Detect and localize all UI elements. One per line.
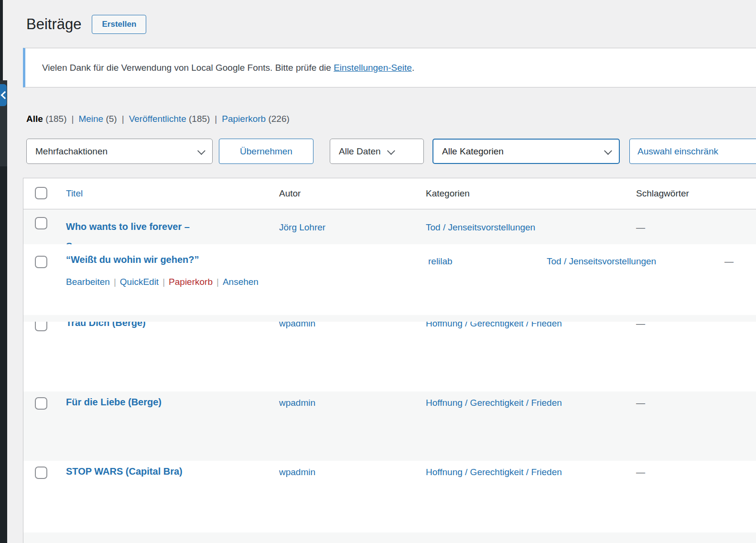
column-header-schlagwoerter: Schlagwörter	[636, 187, 689, 200]
posts-table: Titel Autor Kategorien Schlagwörter Who …	[23, 178, 756, 543]
bulk-actions-select[interactable]: Mehrfachaktionen	[26, 139, 213, 164]
post-title-link[interactable]: Trau Dich (Berge)	[66, 322, 146, 328]
author-link[interactable]: relilab	[428, 256, 453, 266]
action-bearbeiten[interactable]: Bearbeiten	[66, 277, 110, 287]
chevron-down-icon	[604, 147, 612, 155]
dates-filter-select[interactable]: Alle Daten	[330, 139, 424, 164]
categories-filter-value: Alle Kategorien	[442, 146, 504, 157]
row-checkbox[interactable]	[35, 256, 47, 268]
row-checkbox[interactable]	[35, 397, 47, 410]
post-title-link[interactable]: “Weißt du wohin wir gehen?”	[66, 254, 199, 265]
chevron-down-icon	[197, 147, 205, 155]
table-header-row: Titel Autor Kategorien Schlagwörter	[23, 178, 756, 209]
notice-text-end: .	[412, 63, 414, 73]
page-title: Beiträge	[26, 13, 81, 36]
filter-separator: |	[122, 114, 124, 124]
filter-papierkorb[interactable]: Papierkorb (226)	[222, 114, 290, 124]
chevron-down-icon	[387, 147, 395, 155]
author-link[interactable]: wpadmin	[279, 322, 315, 328]
row-checkbox[interactable]	[35, 467, 47, 479]
tags-empty-dash: —	[636, 396, 645, 410]
table-row: “Weißt du wohin wir gehen?” Bearbeiten|Q…	[23, 244, 756, 315]
action-separator: |	[162, 277, 165, 287]
action-ansehen[interactable]: Ansehen	[223, 277, 259, 287]
settings-page-link[interactable]: Einstellungen-Seite	[334, 63, 412, 73]
create-post-button[interactable]: Erstellen	[92, 15, 146, 34]
table-row: Trau Dich (Berge) wpadmin Hoffnung / Ger…	[23, 322, 756, 391]
title-bar: Beiträge Erstellen	[26, 12, 146, 36]
admin-menu-panel	[0, 166, 7, 543]
tags-empty-dash: —	[724, 255, 734, 268]
row-stripe-band	[23, 532, 756, 543]
limit-selection-button[interactable]: Auswahl einschränk	[629, 139, 756, 164]
table-row: Who wants to live forever –S Jörg Lohrer…	[23, 209, 756, 244]
select-all-checkbox[interactable]	[35, 187, 47, 199]
list-toolbar: Mehrfachaktionen Übernehmen Alle Daten A…	[0, 139, 756, 164]
row-checkbox[interactable]	[35, 217, 47, 229]
filter-alle[interactable]: Alle (185)	[26, 114, 67, 124]
action-quickedit[interactable]: QuickEdit	[120, 277, 159, 287]
action-separator: |	[114, 277, 116, 287]
filter-separator: |	[72, 114, 74, 124]
table-row: STOP WARS (Capital Bra) wpadmin Hoffnung…	[23, 461, 756, 532]
tags-empty-dash: —	[636, 322, 645, 330]
categories-link[interactable]: Hoffnung / Gerechtigkeit / Frieden	[426, 398, 562, 408]
column-header-autor: Autor	[279, 187, 301, 200]
tags-empty-dash: —	[636, 466, 645, 479]
bulk-actions-value: Mehrfachaktionen	[35, 146, 108, 157]
post-status-filters: Alle (185)|Meine (5)|Veröffentlichte (18…	[26, 114, 290, 124]
chevron-left-icon	[1, 91, 9, 99]
clipped-second-line: S	[66, 237, 267, 244]
column-header-kategorien: Kategorien	[426, 187, 470, 200]
dates-filter-value: Alle Daten	[339, 146, 381, 157]
row-actions: Bearbeiten|QuickEdit|Papierkorb|Ansehen	[66, 277, 259, 287]
admin-menu-current-item[interactable]	[0, 84, 7, 106]
filter-separator: |	[215, 114, 217, 124]
post-title-link[interactable]: STOP WARS (Capital Bra)	[66, 466, 183, 477]
categories-link[interactable]: Hoffnung / Gerechtigkeit / Frieden	[426, 467, 562, 477]
action-separator: |	[216, 277, 219, 287]
post-title-link[interactable]: Who wants to live forever –S	[66, 221, 267, 244]
notice-text: Vielen Dank für die Verwendung von Local…	[42, 63, 334, 73]
filter-meine[interactable]: Meine (5)	[78, 114, 117, 124]
categories-filter-select[interactable]: Alle Kategorien	[432, 139, 620, 164]
author-link[interactable]: wpadmin	[279, 398, 315, 408]
categories-link[interactable]: Hoffnung / Gerechtigkeit / Frieden	[426, 322, 562, 328]
action-papierkorb[interactable]: Papierkorb	[169, 277, 213, 287]
column-header-titel[interactable]: Titel	[66, 187, 83, 200]
row-stripe-band	[23, 315, 756, 322]
post-title-link[interactable]: Für die Liebe (Berge)	[66, 397, 162, 407]
author-link[interactable]: wpadmin	[279, 467, 315, 477]
notice-banner: Vielen Dank für die Verwendung von Local…	[23, 48, 756, 87]
table-row: Für die Liebe (Berge) wpadmin Hoffnung /…	[23, 391, 756, 461]
categories-link[interactable]: Tod / Jenseitsvorstellungen	[426, 222, 535, 232]
categories-link[interactable]: Tod / Jenseitsvorstellungen	[547, 256, 656, 266]
tags-empty-dash: —	[636, 221, 645, 234]
filter-veroeffentlichte[interactable]: Veröffentlichte (185)	[129, 114, 210, 124]
apply-button[interactable]: Übernehmen	[219, 139, 313, 164]
author-link[interactable]: Jörg Lohrer	[279, 222, 325, 232]
row-checkbox[interactable]	[35, 322, 47, 331]
